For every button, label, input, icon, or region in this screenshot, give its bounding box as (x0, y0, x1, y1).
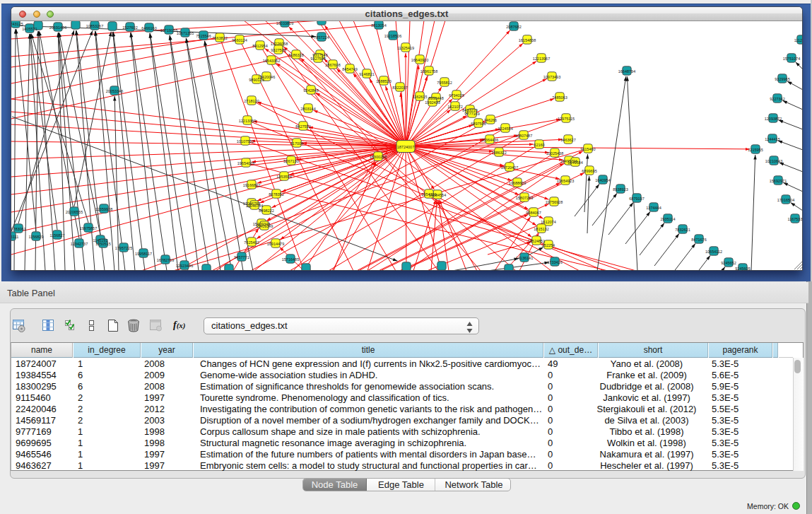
svg-text:1992433: 1992433 (425, 100, 440, 105)
svg-text:7515546: 7515546 (196, 34, 211, 38)
svg-text:417004: 417004 (290, 141, 303, 146)
svg-text:1783061: 1783061 (11, 227, 26, 231)
svg-text:17016504: 17016504 (777, 198, 794, 202)
svg-text:9463627: 9463627 (560, 138, 575, 142)
svg-text:19218506: 19218506 (384, 34, 401, 38)
svg-text:1954321: 1954321 (421, 192, 436, 197)
svg-text:19958117: 19958117 (135, 252, 152, 256)
svg-text:15720407: 15720407 (501, 165, 518, 170)
svg-text:20206555: 20206555 (66, 210, 83, 214)
svg-text:3915111: 3915111 (11, 235, 18, 239)
svg-text:3024554: 3024554 (498, 127, 512, 131)
svg-text:7955812: 7955812 (437, 81, 452, 85)
svg-text:62160: 62160 (534, 143, 544, 147)
svg-text:1244415: 1244415 (765, 137, 779, 141)
svg-text:17957225: 17957225 (115, 246, 132, 250)
svg-text:2087682: 2087682 (506, 25, 521, 29)
svg-text:8471676: 8471676 (691, 238, 706, 242)
svg-text:7625402: 7625402 (244, 240, 259, 245)
svg-text:1250515: 1250515 (95, 242, 110, 246)
svg-text:8938923: 8938923 (613, 187, 628, 192)
svg-text:10973493: 10973493 (543, 75, 560, 79)
svg-text:19756928: 19756928 (546, 200, 563, 204)
svg-text:20691406: 20691406 (49, 25, 66, 30)
svg-text:10210643: 10210643 (765, 159, 782, 163)
svg-text:10688609: 10688609 (509, 181, 526, 185)
svg-text:1156829: 1156829 (28, 235, 43, 239)
svg-text:10025438: 10025438 (546, 151, 563, 156)
svg-text:1167533: 1167533 (787, 217, 802, 221)
svg-text:10654112: 10654112 (705, 250, 722, 254)
svg-text:1374444: 1374444 (646, 206, 661, 210)
svg-text:2718120: 2718120 (244, 99, 259, 103)
svg-text:12213967: 12213967 (533, 57, 550, 61)
svg-text:9777169: 9777169 (464, 112, 479, 116)
svg-text:1353594: 1353594 (276, 175, 291, 179)
svg-text:16914479: 16914479 (267, 242, 284, 246)
svg-text:9660124: 9660124 (232, 38, 247, 42)
svg-text:10807487: 10807487 (515, 134, 532, 138)
svg-text:15751074: 15751074 (783, 57, 800, 61)
svg-text:7485063: 7485063 (552, 95, 567, 100)
svg-text:1640954: 1640954 (595, 178, 610, 182)
svg-text:19654923: 19654923 (557, 179, 574, 183)
svg-text:10046784: 10046784 (246, 204, 263, 208)
svg-text:8912954: 8912954 (252, 44, 267, 48)
svg-text:19975857: 19975857 (80, 226, 97, 230)
svg-text:2803144: 2803144 (300, 107, 315, 111)
svg-text:9146821: 9146821 (359, 72, 374, 76)
svg-text:7857224: 7857224 (314, 35, 329, 40)
svg-text:8454749: 8454749 (342, 67, 357, 71)
svg-text:9227342: 9227342 (770, 97, 784, 101)
svg-text:16782759: 16782759 (157, 258, 174, 262)
svg-text:9327505: 9327505 (271, 48, 286, 52)
svg-text:16543362: 16543362 (263, 59, 280, 63)
svg-text:1405571: 1405571 (22, 27, 37, 31)
svg-text:8186328: 8186328 (288, 53, 303, 57)
svg-text:9242848: 9242848 (303, 88, 318, 93)
svg-text:10671355: 10671355 (177, 31, 194, 35)
svg-text:8813054: 8813054 (371, 23, 386, 28)
svg-text:10719155: 10719155 (160, 28, 177, 33)
svg-text:8678352: 8678352 (269, 192, 283, 197)
svg-text:11325419: 11325419 (397, 46, 414, 50)
svg-text:15807249: 15807249 (516, 196, 533, 200)
svg-text:9329965: 9329965 (775, 77, 789, 81)
svg-text:9457771: 9457771 (234, 255, 249, 259)
svg-text:7663822: 7663822 (212, 36, 227, 40)
svg-text:7386322: 7386322 (491, 151, 506, 155)
svg-text:16640910: 16640910 (411, 58, 428, 62)
svg-text:1112904: 1112904 (794, 38, 802, 42)
svg-text:13226058: 13226058 (271, 42, 288, 46)
svg-text:10107552: 10107552 (237, 139, 254, 144)
svg-text:16961758: 16961758 (420, 69, 437, 74)
svg-text:746266: 746266 (484, 118, 497, 122)
svg-text:1527602: 1527602 (122, 25, 137, 30)
svg-text:12359928: 12359928 (95, 207, 112, 211)
svg-text:8322037: 8322037 (392, 86, 407, 90)
svg-text:1815132: 1815132 (534, 227, 548, 231)
svg-text:9890123: 9890123 (249, 78, 264, 82)
svg-text:1588520: 1588520 (376, 79, 391, 83)
svg-text:9327508: 9327508 (310, 57, 325, 61)
svg-text:18300295: 18300295 (370, 155, 387, 159)
svg-text:18724007: 18724007 (397, 145, 414, 149)
svg-text:1612074: 1612074 (541, 220, 555, 224)
svg-text:15409349: 15409349 (256, 224, 273, 228)
svg-text:12093872: 12093872 (765, 117, 782, 121)
svg-text:20053346: 20053346 (106, 89, 123, 93)
svg-text:1733426: 1733426 (547, 260, 562, 264)
svg-text:9084067: 9084067 (526, 211, 541, 215)
svg-text:12923446: 12923446 (176, 264, 193, 268)
svg-text:16154838: 16154838 (519, 38, 536, 42)
svg-text:12213369: 12213369 (239, 119, 256, 123)
svg-text:1162615: 1162615 (412, 95, 427, 99)
svg-text:7832621: 7832621 (675, 228, 690, 232)
svg-text:16033809: 16033809 (276, 21, 293, 25)
svg-text:12342737: 12342737 (71, 242, 88, 246)
svg-text:6794028: 6794028 (449, 93, 464, 98)
svg-text:9245605: 9245605 (735, 267, 750, 271)
svg-text:14136141: 14136141 (516, 256, 533, 260)
svg-text:10853267: 10853267 (86, 24, 103, 28)
svg-text:20364436: 20364436 (481, 138, 498, 142)
